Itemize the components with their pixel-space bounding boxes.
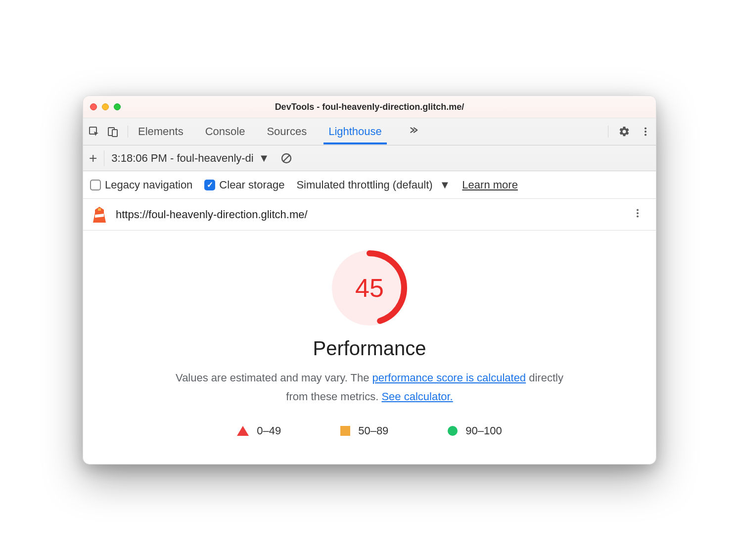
throttling-dropdown[interactable]: Simulated throttling (default) ▼ — [296, 179, 450, 191]
report-menu-icon[interactable] — [628, 204, 647, 226]
svg-point-11 — [637, 215, 639, 217]
score-legend: 0–49 50–89 90–100 — [103, 424, 636, 437]
settings-gear-icon[interactable] — [618, 126, 630, 138]
see-calculator-link[interactable]: See calculator. — [381, 390, 453, 403]
window-title: DevTools - foul-heavenly-direction.glitc… — [83, 102, 656, 112]
inspect-element-icon[interactable] — [88, 126, 100, 138]
more-vertical-icon[interactable] — [640, 126, 651, 137]
devtools-tabbar: Elements Console Sources Lighthouse — [83, 118, 656, 145]
devtools-window: DevTools - foul-heavenly-direction.glitc… — [83, 95, 656, 465]
svg-point-10 — [637, 212, 639, 214]
performance-description: Values are estimated and may vary. The p… — [167, 369, 572, 406]
tab-lighthouse[interactable]: Lighthouse — [327, 119, 383, 144]
lighthouse-logo-icon — [92, 206, 107, 224]
square-icon — [340, 426, 350, 436]
triangle-icon — [237, 426, 249, 436]
legend-fail-range: 0–49 — [257, 424, 281, 437]
report-content: 45 Performance Values are estimated and … — [83, 231, 656, 464]
svg-point-9 — [637, 209, 639, 211]
legacy-navigation-label: Legacy navigation — [105, 179, 192, 191]
report-url: https://foul-heavenly-direction.glitch.m… — [116, 208, 619, 221]
checkbox-checked-icon — [204, 180, 215, 190]
clear-storage-label: Clear storage — [219, 179, 284, 191]
score-calc-link[interactable]: performance score is calculated — [372, 372, 526, 384]
performance-gauge[interactable]: 45 — [332, 250, 407, 326]
tab-elements[interactable]: Elements — [137, 119, 185, 144]
performance-score: 45 — [332, 250, 407, 326]
svg-point-5 — [645, 134, 647, 136]
svg-rect-2 — [112, 130, 117, 137]
performance-title: Performance — [103, 337, 636, 360]
throttling-label: Simulated throttling (default) — [296, 179, 432, 191]
caret-down-icon: ▼ — [440, 179, 451, 191]
report-dropdown[interactable]: 3:18:06 PM - foul-heavenly-di ▼ — [111, 152, 269, 165]
legend-pass: 90–100 — [448, 424, 502, 437]
legend-fail: 0–49 — [237, 424, 281, 437]
legend-pass-range: 90–100 — [465, 424, 502, 437]
svg-point-4 — [645, 131, 647, 133]
legend-average: 50–89 — [340, 424, 388, 437]
caret-down-icon: ▼ — [259, 152, 270, 165]
titlebar: DevTools - foul-heavenly-direction.glitc… — [83, 96, 656, 118]
desc-text-1: Values are estimated and may vary. The — [176, 372, 372, 384]
circle-icon — [448, 426, 458, 436]
legend-average-range: 50–89 — [358, 424, 388, 437]
lighthouse-options-bar: Legacy navigation Clear storage Simulate… — [83, 171, 656, 199]
tab-console[interactable]: Console — [204, 119, 246, 144]
lighthouse-subbar: + 3:18:06 PM - foul-heavenly-di ▼ — [83, 145, 656, 171]
clear-storage-checkbox[interactable]: Clear storage — [204, 179, 284, 191]
tabs-overflow-icon[interactable] — [403, 125, 423, 139]
new-report-button[interactable]: + — [89, 150, 104, 166]
learn-more-link[interactable]: Learn more — [462, 179, 518, 191]
report-dropdown-label: 3:18:06 PM - foul-heavenly-di — [111, 152, 253, 165]
checkbox-unchecked-icon — [90, 180, 101, 190]
report-url-bar: https://foul-heavenly-direction.glitch.m… — [83, 199, 656, 231]
svg-rect-8 — [98, 208, 101, 211]
clear-report-icon[interactable] — [280, 152, 292, 164]
svg-point-3 — [645, 128, 647, 130]
legacy-navigation-checkbox[interactable]: Legacy navigation — [90, 179, 192, 191]
device-toolbar-icon[interactable] — [107, 126, 119, 138]
svg-line-7 — [283, 155, 289, 161]
tab-sources[interactable]: Sources — [266, 119, 308, 144]
